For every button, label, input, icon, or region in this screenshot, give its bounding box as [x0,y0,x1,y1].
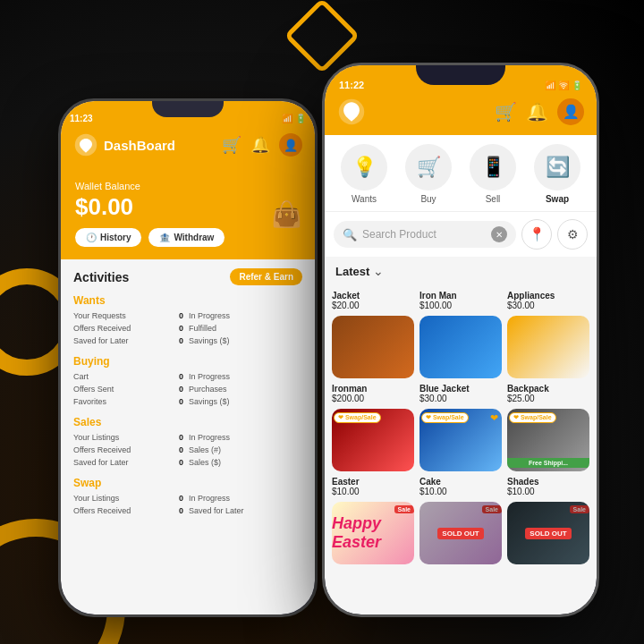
history-button[interactable]: 🕐 History [75,228,141,247]
product-img-ironman2[interactable] [419,316,502,378]
back-logo-text: DashBoard [104,138,175,153]
back-status-icons: 📶 🔋 [282,114,306,123]
activities-header: Activities Refer & Earn [73,268,302,285]
bank-icon: 🏦 [159,233,170,242]
front-header: 🛒 🔔 👤 [325,94,597,135]
product-label-easter: Easter $10.00 [332,477,414,496]
front-notch [416,65,505,85]
wants-row-1: Your Requests0 [73,310,187,321]
product-label-appliances: Appliances $30.00 [507,291,589,310]
sell-icon-circle: 📱 [470,144,516,191]
search-location-button[interactable]: 📍 [521,219,552,250]
front-bell-icon[interactable]: 🔔 [526,101,548,123]
sold-out-text-shades: SOLD OUT [525,528,571,539]
wants-label: Wants [352,194,377,204]
product-img-easter[interactable]: Sale Happy Easter [332,502,414,564]
sales-row-2: Offers Received0 [73,445,187,455]
activity-group-sales: Sales Your Listings0 In Progress Offers … [73,416,302,468]
withdraw-button[interactable]: 🏦 Withdraw [148,228,225,247]
buying-row-1: Cart0 [73,371,187,382]
back-avatar[interactable]: 👤 [279,133,302,157]
back-header-icons: 🛒 🔔 👤 [222,133,302,157]
nav-swap[interactable]: 🔄 Swap [534,144,580,204]
product-label-shades: Shades $10.00 [507,477,589,496]
front-cart-icon[interactable]: 🛒 [495,101,517,123]
search-clear-button[interactable]: ✕ [491,226,507,242]
front-logo-icon [337,97,366,126]
back-cart-icon[interactable]: 🛒 [222,135,242,155]
swap-row-1-status: In Progress [189,493,302,504]
product-col-3: Appliances $30.00 Backpack $25.00 ❤ Swap… [507,291,589,564]
product-grid: Jacket $20.00 Ironman $200.00 ❤ Swap/Sal… [325,285,597,570]
sold-out-overlay-shades: SOLD OUT [507,502,589,564]
product-img-jacket[interactable] [332,316,414,378]
wants-row-3: Saved for Later0 [73,335,187,346]
sold-out-text-cake: SOLD OUT [437,528,483,539]
product-label-bluejacket: Blue Jacket $30.00 [419,384,502,403]
swap-icon-circle: 🔄 [534,144,580,191]
buying-row-2: Offers Sent0 [73,384,187,394]
swap-badge-bluejacket: ❤ Swap/Sale [421,412,469,423]
latest-arrow-icon: ⌄ [373,264,384,278]
swap-rows: Your Listings0 In Progress Offers Receiv… [73,493,302,516]
search-input-box[interactable]: 🔍 Search Product ✕ [334,221,516,248]
swap-row-2: Offers Received0 [73,505,187,516]
back-bell-icon[interactable]: 🔔 [250,135,270,155]
back-time: 11:23 [70,114,93,123]
swap-row-2-status: Saved for Later [189,505,302,516]
sales-title: Sales [73,416,302,428]
wallet-label: Wallet Balance [75,181,301,191]
buy-icon-circle: 🛒 [405,144,452,191]
front-header-icons: 🛒 🔔 👤 [495,98,584,125]
product-img-ironman[interactable]: ❤ Swap/Sale [332,409,414,471]
front-avatar[interactable]: 👤 [557,98,584,125]
product-label-backpack: Backpack $25.00 [507,384,589,403]
buying-rows: Cart0 In Progress Offers Sent0 Purchases… [73,371,302,407]
product-label-ironman2: Iron Man $100.00 [419,291,502,310]
sales-row-3: Saved for Later0 [73,457,187,468]
wants-title: Wants [73,294,302,307]
product-img-bluejacket[interactable]: ❤ Swap/Sale ❤ [419,409,502,471]
sales-row-2-status: Sales (#) [189,445,302,455]
back-logo: DashBoard [73,132,175,157]
search-icon: 🔍 [343,228,357,242]
wants-rows: Your Requests0 In Progress Offers Receiv… [73,310,302,346]
buying-row-1-status: In Progress [189,371,302,382]
latest-row[interactable]: Latest ⌄ [325,257,597,285]
activities-title: Activities [73,270,129,284]
product-col-2: Iron Man $100.00 Blue Jacket $30.00 ❤ Sw… [419,291,502,564]
product-img-appliances[interactable] [507,316,589,378]
product-img-cake[interactable]: Sale SOLD OUT [419,502,502,564]
buying-row-2-status: Purchases [189,384,302,394]
search-filter-button[interactable]: ⚙ [557,219,588,250]
front-time: 11:22 [339,80,364,90]
wants-row-2-status: Fulfilled [189,323,302,334]
wallet-card: Wallet Balance $0.00 🕐 History 🏦 Withdra… [61,168,315,259]
heart-icon-bluejacket: ❤ [490,412,498,424]
back-notch [152,101,224,117]
sell-label: Sell [486,194,501,204]
product-img-shades[interactable]: Sale SOLD OUT [507,502,589,564]
front-status-icons: 📶 🛜 🔋 [545,80,582,90]
sold-out-overlay-cake: SOLD OUT [419,502,502,564]
nav-sell[interactable]: 📱 Sell [470,144,516,204]
buying-row-3: Favorites0 [73,396,187,407]
swap-badge-ironman: ❤ Swap/Sale [334,412,381,423]
product-img-backpack[interactable]: ❤ Swap/Sale Free Shippi... [507,409,589,471]
nav-buy[interactable]: 🛒 Buy [405,144,452,204]
product-label-ironman: Ironman $200.00 [332,384,414,403]
swap-title: Swap [73,477,302,489]
wants-row-1-status: In Progress [189,310,302,321]
back-logo-icon [73,132,98,157]
buy-label: Buy [420,194,436,204]
free-shipping-badge: Free Shippi... [507,458,589,468]
swap-label: Swap [546,194,569,204]
back-header: DashBoard 🛒 🔔 👤 [61,127,315,168]
sales-row-3-status: Sales ($) [189,457,302,468]
product-col-1: Jacket $20.00 Ironman $200.00 ❤ Swap/Sal… [332,291,414,564]
product-label-cake: Cake $10.00 [419,477,502,496]
refer-earn-button[interactable]: Refer & Earn [230,268,302,285]
search-bar-row: 🔍 Search Product ✕ 📍 ⚙ [325,212,597,257]
nav-wants[interactable]: 💡 Wants [341,144,387,204]
latest-text: Latest [335,265,369,278]
